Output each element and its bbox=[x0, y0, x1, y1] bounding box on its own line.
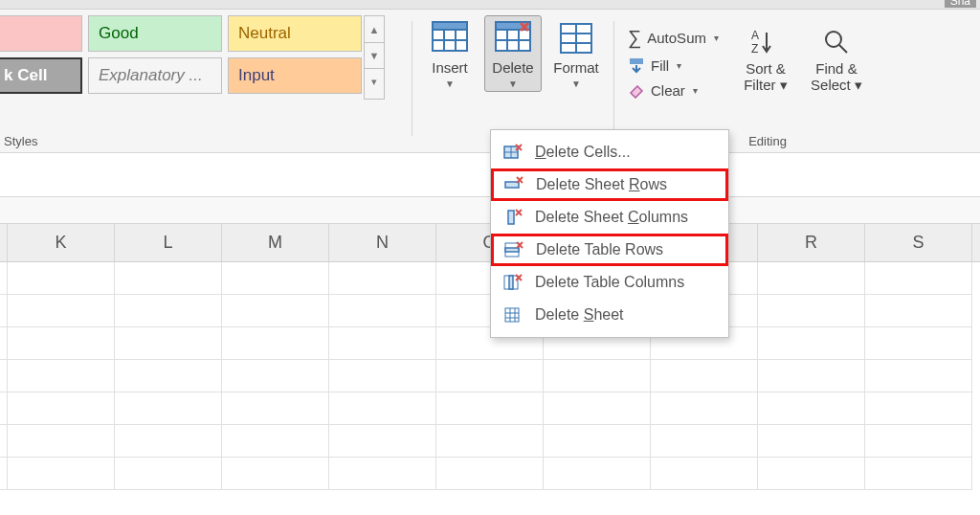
cell[interactable] bbox=[8, 360, 115, 392]
cell[interactable] bbox=[222, 425, 329, 458]
cell[interactable] bbox=[8, 392, 115, 425]
cell[interactable] bbox=[222, 262, 329, 295]
cell[interactable] bbox=[115, 425, 222, 458]
cell[interactable] bbox=[544, 392, 651, 425]
style-swatch[interactable]: Neutral bbox=[228, 15, 362, 52]
insert-button[interactable]: Insert ▼ bbox=[421, 15, 479, 92]
sort-filter-button[interactable]: AZ Sort & Filter ▾ bbox=[732, 19, 799, 93]
styles-group-label: Styles bbox=[0, 134, 412, 148]
svg-rect-14 bbox=[630, 58, 643, 64]
cell[interactable] bbox=[222, 392, 329, 425]
svg-text:A: A bbox=[751, 29, 759, 42]
column-header[interactable]: N bbox=[329, 224, 436, 261]
find-select-label: Find & Select ▾ bbox=[803, 61, 870, 93]
style-swatch[interactable] bbox=[0, 15, 82, 52]
menu-item-label: Delete Cells... bbox=[535, 144, 631, 161]
column-header[interactable]: S bbox=[865, 224, 972, 261]
cell[interactable] bbox=[544, 425, 651, 458]
cell[interactable] bbox=[115, 392, 222, 425]
row-header-gutter bbox=[0, 224, 8, 261]
cell[interactable] bbox=[329, 360, 436, 392]
chevron-down-icon: ▼ bbox=[508, 78, 518, 89]
cell[interactable] bbox=[8, 458, 115, 490]
cell[interactable] bbox=[758, 425, 865, 458]
cell[interactable] bbox=[758, 458, 865, 490]
cell[interactable] bbox=[865, 360, 972, 392]
cell[interactable] bbox=[8, 295, 115, 327]
cell[interactable] bbox=[758, 262, 865, 295]
find-select-button[interactable]: Find & Select ▾ bbox=[803, 19, 870, 93]
menu-item[interactable]: Delete Table Columns bbox=[491, 266, 728, 299]
column-header[interactable]: M bbox=[222, 224, 329, 261]
svg-rect-4 bbox=[433, 22, 467, 30]
gallery-up-icon[interactable]: ▲ bbox=[365, 16, 384, 42]
cell[interactable] bbox=[329, 262, 436, 295]
cell[interactable] bbox=[865, 458, 972, 490]
cell[interactable] bbox=[436, 425, 544, 458]
cell[interactable] bbox=[115, 458, 222, 490]
chevron-down-icon: ▾ bbox=[677, 60, 681, 71]
style-swatch[interactable]: Good bbox=[88, 15, 222, 52]
menu-item[interactable]: Delete Sheet Rows bbox=[491, 168, 728, 201]
cell[interactable] bbox=[651, 458, 758, 490]
menu-item[interactable]: Delete Cells... bbox=[491, 136, 728, 168]
cell[interactable] bbox=[329, 327, 436, 360]
cell[interactable] bbox=[329, 295, 436, 327]
cell[interactable] bbox=[115, 295, 222, 327]
cell[interactable] bbox=[222, 458, 329, 490]
cell[interactable] bbox=[865, 392, 972, 425]
cell[interactable] bbox=[115, 360, 222, 392]
gallery-down-icon[interactable]: ▼ bbox=[365, 42, 384, 68]
cell[interactable] bbox=[115, 262, 222, 295]
cell[interactable] bbox=[544, 458, 651, 490]
cell[interactable] bbox=[865, 425, 972, 458]
style-swatch[interactable]: k Cell bbox=[0, 57, 82, 94]
cell[interactable] bbox=[222, 360, 329, 392]
column-header[interactable]: R bbox=[758, 224, 865, 261]
format-button[interactable]: Format ▼ bbox=[547, 15, 605, 92]
gallery-more-icon[interactable]: ▾ bbox=[365, 68, 384, 94]
cell[interactable] bbox=[865, 295, 972, 327]
cell[interactable] bbox=[544, 360, 651, 392]
cell[interactable] bbox=[8, 327, 115, 360]
cell[interactable] bbox=[651, 425, 758, 458]
cell[interactable] bbox=[329, 458, 436, 490]
svg-rect-28 bbox=[505, 308, 519, 322]
menu-item-label: Delete Sheet bbox=[535, 306, 624, 324]
menu-item[interactable]: Delete Sheet bbox=[491, 299, 728, 331]
styles-gallery-scroll[interactable]: ▲ ▼ ▾ bbox=[364, 15, 385, 100]
cell[interactable] bbox=[651, 360, 758, 392]
cell[interactable] bbox=[436, 458, 544, 490]
cell[interactable] bbox=[651, 392, 758, 425]
style-swatch[interactable]: Explanatory ... bbox=[88, 57, 222, 94]
cell[interactable] bbox=[758, 360, 865, 392]
menu-item-label: Delete Sheet Rows bbox=[536, 176, 667, 193]
svg-rect-23 bbox=[508, 211, 514, 224]
cell[interactable] bbox=[436, 360, 544, 392]
cell[interactable] bbox=[8, 262, 115, 295]
delete-button[interactable]: Delete ▼ bbox=[484, 15, 542, 92]
clear-button[interactable]: Clear ▾ bbox=[624, 79, 723, 101]
cell[interactable] bbox=[222, 327, 329, 360]
column-header[interactable]: K bbox=[8, 224, 115, 261]
cell[interactable] bbox=[329, 425, 436, 458]
share-button[interactable]: Sha bbox=[945, 0, 976, 8]
cell[interactable] bbox=[115, 327, 222, 360]
cell[interactable] bbox=[222, 295, 329, 327]
menu-item[interactable]: Delete Table Rows bbox=[491, 234, 728, 266]
fill-button[interactable]: Fill ▾ bbox=[624, 55, 723, 76]
autosum-button[interactable]: ∑ AutoSum ▾ bbox=[624, 25, 723, 51]
cell[interactable] bbox=[329, 392, 436, 425]
cell[interactable] bbox=[436, 392, 544, 425]
menu-item[interactable]: Delete Sheet Columns bbox=[491, 201, 728, 234]
cell[interactable] bbox=[865, 327, 972, 360]
column-header[interactable]: L bbox=[115, 224, 222, 261]
style-swatch[interactable]: Input bbox=[228, 57, 362, 94]
styles-group: GoodNeutral k CellExplanatory ...Input ▲… bbox=[0, 15, 412, 152]
cell[interactable] bbox=[758, 295, 865, 327]
cell[interactable] bbox=[865, 262, 972, 295]
svg-rect-25 bbox=[505, 248, 519, 252]
cell[interactable] bbox=[758, 327, 865, 360]
cell[interactable] bbox=[758, 392, 865, 425]
cell[interactable] bbox=[8, 425, 115, 458]
